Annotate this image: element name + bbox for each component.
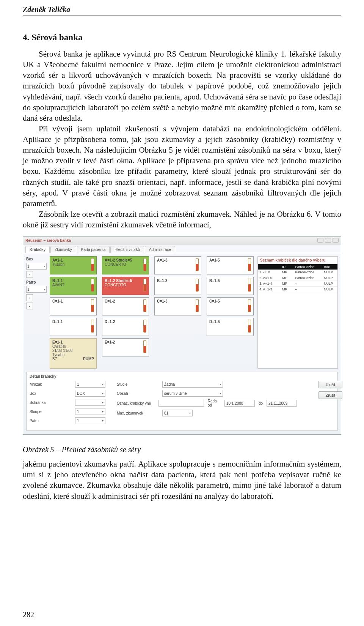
rada-do-input[interactable]: 21.11.2009: [267, 400, 297, 407]
cell-a1-3[interactable]: A=1-3: [154, 256, 201, 274]
cell: NULP: [324, 276, 341, 280]
cell: MP: [282, 276, 294, 280]
rada-od-input[interactable]: 10.1.2008: [224, 400, 255, 407]
cell-a1-5[interactable]: A=1-5: [207, 256, 254, 274]
app-titlebar: Reuseum – sérová banka: [23, 237, 341, 244]
tab-karta-pacienta[interactable]: Karta pacienta: [77, 246, 110, 253]
cell-line: Tysabri: [52, 353, 94, 357]
cell-e1-2[interactable]: E=1-2: [102, 338, 149, 356]
box-select[interactable]: BOX▾: [75, 390, 105, 397]
box-select[interactable]: 1▾: [26, 263, 47, 270]
cell-line: 21/08-11/08: [52, 348, 94, 353]
article-body-1: Sérová banka je aplikace vyvinutá pro RS…: [23, 49, 341, 230]
rada-do-value: 21.11.2009: [268, 401, 287, 405]
cell: 2. A=1-5: [259, 276, 281, 280]
patro-next-button[interactable]: ▸: [26, 303, 33, 309]
studie-input[interactable]: Žádná▾: [162, 381, 223, 388]
cell-title: C=1-5: [209, 299, 251, 303]
figure-5-caption: Obrázek 5 – Přehled zásobníků se séry: [23, 445, 341, 454]
table-row[interactable]: 3. A=1-4 MP – NULP: [258, 281, 337, 287]
cell-d1-1[interactable]: D=1-1: [50, 318, 97, 336]
tab-hledani-vzorku[interactable]: Hledání vzorků: [110, 246, 144, 253]
cell-a1-2[interactable]: A=1-2 Studie=5 CONCERTO: [102, 256, 149, 274]
patro-select[interactable]: 1▾: [75, 417, 105, 424]
cell-title: B=1-5: [209, 279, 251, 283]
paragraph-1: Sérová banka je aplikace vyvinutá pro RS…: [23, 49, 341, 123]
tube-icon: [143, 299, 146, 312]
cell-subtitle: CONCERTO: [105, 283, 146, 287]
chevron-right-icon: ▸: [29, 304, 30, 308]
cell: 3. A=1-4: [259, 282, 281, 285]
max-select[interactable]: 81▾: [162, 410, 193, 416]
patro-label: Patro: [26, 280, 47, 284]
cell-b1-5[interactable]: B=1-5: [207, 277, 254, 295]
figure-5-app-window: Reuseum – sérová banka Krabičky Zkumavky…: [23, 236, 341, 435]
cell-e1-1-selected[interactable]: E=1-1 Ovratišli 21/08-11/08 Tysabri B7 P…: [50, 338, 97, 369]
chevron-down-icon: ▾: [102, 383, 104, 386]
ozn-krab-label: Označ. krabičky vně: [117, 401, 155, 405]
cancel-button[interactable]: Zrušit: [318, 391, 342, 399]
tab-zkumavky[interactable]: Zkumavky: [50, 246, 76, 253]
chevron-left-icon: ◂: [29, 273, 30, 276]
obsah-input[interactable]: sérum v Brně▾: [162, 390, 223, 397]
col-patropozice: Patro/Pozice: [295, 265, 323, 269]
article-body-2: jakému pacientovi zkumavka patří. Aplika…: [23, 459, 341, 501]
patro-select[interactable]: 1▾: [26, 286, 47, 293]
cell: NULP: [324, 287, 341, 291]
cell-d1-2[interactable]: D=1-2: [102, 318, 149, 336]
rada-od-value: 10.1.2008: [226, 401, 243, 405]
tube-icon: [248, 320, 251, 333]
cell-title: D=1-5: [209, 320, 251, 324]
schranka-select[interactable]: ▾: [75, 399, 105, 406]
cell: 1. -1..0: [259, 270, 281, 274]
chevron-down-icon: ▾: [189, 412, 191, 415]
maximize-button[interactable]: [325, 238, 331, 243]
cell-subtitle: CONCERTO: [105, 262, 146, 266]
cell: NULP: [324, 270, 341, 274]
cell-title: B=1-3: [157, 279, 199, 283]
chevron-down-icon: ▾: [102, 419, 104, 423]
cell-c1-3[interactable]: C=1-3: [154, 297, 201, 315]
cell-b1-1[interactable]: B=1-1 AVANT: [50, 277, 97, 295]
table-row[interactable]: 1. -1..0 MP Patro/Pozice NULP: [258, 270, 337, 275]
tube-icon: [143, 340, 146, 353]
table-row[interactable]: 4. A=1-3 MP – NULP: [258, 287, 337, 292]
sloupec-select[interactable]: 1▾: [75, 408, 105, 415]
close-button[interactable]: [333, 238, 339, 243]
tube-icon: [91, 299, 94, 312]
chevron-down-icon: ▾: [44, 265, 46, 268]
tube-icon: [143, 320, 146, 333]
mrazak-select[interactable]: 1▾: [75, 381, 105, 388]
col-box: Box: [324, 265, 341, 269]
cell-title: A=1-3: [157, 258, 199, 262]
obsah-value: sérum v Brně: [164, 391, 187, 396]
cell-b1-2[interactable]: B=1-2 Studie=5 CONCERTO: [102, 277, 149, 295]
box-prev-button[interactable]: ◂: [26, 271, 33, 278]
cell: –: [295, 287, 323, 291]
cell-line: B7: [52, 357, 57, 361]
patro-prev-button[interactable]: ◂: [26, 294, 33, 301]
table-row[interactable]: 2. A=1-5 MP Patro/Pozice NULP: [258, 275, 337, 281]
tab-administrace[interactable]: Administrace: [145, 246, 175, 253]
tab-krabicky[interactable]: Krabičky: [25, 246, 50, 253]
cell-c1-2[interactable]: C=1-2: [102, 297, 149, 315]
chevron-down-icon: ▾: [220, 383, 221, 386]
cell: Patro/Pozice: [295, 270, 323, 274]
detail-panel-title: Detail krabičky: [30, 374, 334, 378]
max-value: 81: [164, 411, 168, 415]
cell: 4. A=1-3: [259, 287, 281, 291]
box-detail-panel: Detail krabičky Mrazák 1▾ Box BOX▾ Schrá…: [26, 372, 338, 430]
cell: MP: [282, 287, 294, 291]
save-button[interactable]: Uložit: [318, 381, 342, 388]
mrazak-label: Mrazák: [30, 382, 71, 386]
cell-b1-3[interactable]: B=1-3: [154, 277, 201, 295]
paragraph-4: jakému pacientovi zkumavka patří. Aplika…: [23, 459, 341, 501]
tube-icon: [248, 279, 251, 292]
cell: MP: [282, 270, 294, 274]
cell-c1-1[interactable]: C=1-1: [50, 297, 97, 315]
ozn-krab-input[interactable]: [158, 400, 204, 407]
cell-c1-5[interactable]: C=1-5: [207, 297, 254, 315]
minimize-button[interactable]: [317, 238, 323, 243]
cell-d1-5[interactable]: D=1-5: [207, 318, 254, 336]
cell-a1-1[interactable]: A=1-1 Tysabri: [50, 256, 97, 274]
